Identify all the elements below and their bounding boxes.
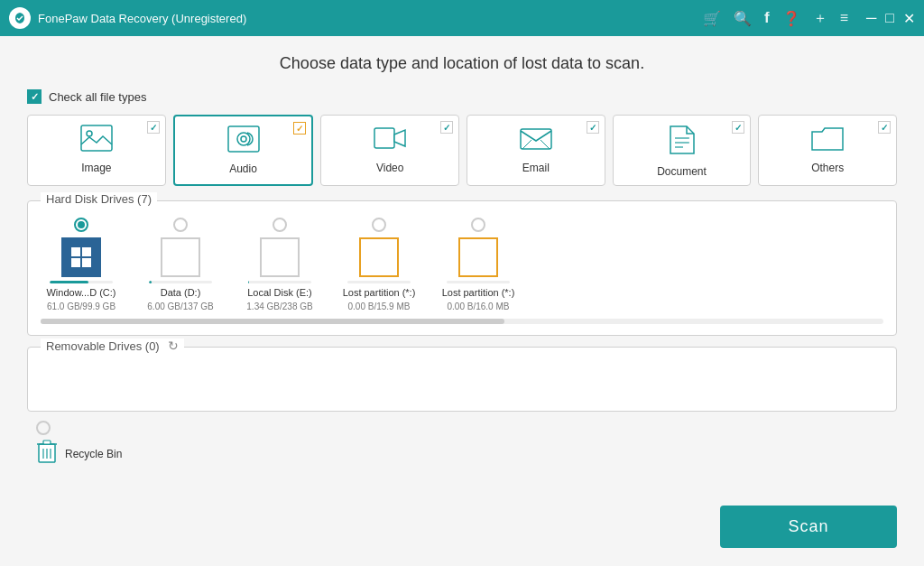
others-checkbox[interactable] xyxy=(878,121,891,134)
file-types-grid: Image Audio xyxy=(27,115,897,186)
svg-rect-11 xyxy=(82,247,91,256)
drive-lp2-name: Lost partition (*:) xyxy=(442,287,515,298)
drive-d-icon xyxy=(161,237,200,277)
drive-d-name: Data (D:) xyxy=(161,287,201,298)
help-icon[interactable]: ❓ xyxy=(782,10,800,27)
video-icon xyxy=(374,125,406,156)
document-icon xyxy=(669,125,696,160)
drive-d-fill xyxy=(149,281,152,283)
file-type-video[interactable]: Video xyxy=(320,115,459,186)
drive-e-fill xyxy=(248,281,249,283)
app-logo xyxy=(9,7,31,29)
recycle-bin-area: Recycle Bin xyxy=(27,421,897,469)
title-bar-icons: 🛒 🔍 f ❓ ＋ ≡ xyxy=(703,9,848,28)
svg-rect-5 xyxy=(374,128,394,148)
search-icon[interactable]: 🔍 xyxy=(734,10,752,27)
drive-d-radio[interactable] xyxy=(173,218,188,232)
plus-icon[interactable]: ＋ xyxy=(813,9,827,28)
cart-icon[interactable]: 🛒 xyxy=(703,10,721,27)
drive-e-bar xyxy=(248,281,311,283)
app-title: FonePaw Data Recovery (Unregistered) xyxy=(38,12,246,25)
drive-c-radio[interactable] xyxy=(74,218,88,232)
drive-lp2-radio[interactable] xyxy=(471,218,485,232)
video-checkbox[interactable] xyxy=(440,121,453,134)
svg-rect-16 xyxy=(43,441,51,444)
drive-lp1-icon xyxy=(359,237,399,277)
close-button[interactable]: ✕ xyxy=(903,10,915,27)
title-bar-left: FonePaw Data Recovery (Unregistered) xyxy=(9,7,246,29)
title-bar-controls: ─ □ ✕ xyxy=(866,10,915,27)
email-icon xyxy=(520,125,552,156)
audio-label: Audio xyxy=(229,162,257,175)
removable-section-label: Removable Drives (0) xyxy=(46,339,160,353)
hdd-section-label: Hard Disk Drives (7) xyxy=(41,192,157,206)
drive-c-bar xyxy=(50,281,113,283)
facebook-icon[interactable]: f xyxy=(764,9,770,27)
image-icon xyxy=(80,125,113,156)
drive-c[interactable]: Window...D (C:) 61.0 GB/99.9 GB xyxy=(41,218,122,311)
scan-btn-area: Scan xyxy=(27,496,897,548)
drive-c-name: Window...D (C:) xyxy=(46,287,116,298)
drive-e-icon xyxy=(260,237,300,277)
image-checkbox[interactable] xyxy=(147,121,160,134)
scan-button[interactable]: Scan xyxy=(720,506,897,548)
removable-section-content xyxy=(28,348,896,411)
drive-lp1[interactable]: Lost partition (*:) 0.00 B/15.9 MB xyxy=(338,218,420,311)
email-label: Email xyxy=(522,162,550,174)
email-checkbox[interactable] xyxy=(587,121,599,134)
svg-rect-13 xyxy=(82,258,91,267)
drive-c-icon xyxy=(61,237,101,277)
others-icon xyxy=(811,125,844,156)
drive-lp2-bar xyxy=(447,281,510,283)
drive-lp1-name: Lost partition (*:) xyxy=(343,287,416,298)
drive-e-radio[interactable] xyxy=(273,218,287,232)
check-all-label: Check all file types xyxy=(49,90,146,104)
file-type-image[interactable]: Image xyxy=(27,115,166,186)
hdd-scrollbar[interactable] xyxy=(41,319,883,324)
maximize-button[interactable]: □ xyxy=(885,10,894,26)
document-checkbox[interactable] xyxy=(732,121,744,134)
hdd-scrollbar-thumb xyxy=(41,319,504,324)
audio-checkbox[interactable] xyxy=(293,122,306,135)
svg-rect-10 xyxy=(71,247,80,256)
file-type-others[interactable]: Others xyxy=(758,115,897,186)
menu-icon[interactable]: ≡ xyxy=(840,10,848,26)
drive-d[interactable]: Data (D:) 6.00 GB/137 GB xyxy=(140,218,221,311)
main-content: Choose data type and location of lost da… xyxy=(0,36,924,566)
recycle-bin-radio[interactable] xyxy=(36,421,51,435)
svg-rect-0 xyxy=(81,125,112,151)
drive-e[interactable]: Local Disk (E:) 1.34 GB/238 GB xyxy=(239,218,320,311)
removable-section: Removable Drives (0) ↻ xyxy=(27,347,897,412)
drive-lp1-radio[interactable] xyxy=(372,218,386,232)
title-bar: FonePaw Data Recovery (Unregistered) 🛒 🔍… xyxy=(0,0,924,36)
drive-d-size: 6.00 GB/137 GB xyxy=(147,302,213,311)
drive-e-size: 1.34 GB/238 GB xyxy=(246,302,312,311)
svg-rect-12 xyxy=(71,258,80,267)
drive-lp1-bar xyxy=(347,281,411,283)
drive-lp2[interactable]: Lost partition (*:) 0.00 B/16.0 MB xyxy=(438,218,519,311)
drive-d-bar xyxy=(149,281,212,283)
drive-lp2-size: 0.00 B/16.0 MB xyxy=(448,302,510,311)
drive-c-size: 61.0 GB/99.9 GB xyxy=(47,302,116,311)
check-all-row: Check all file types xyxy=(27,89,897,104)
drive-c-fill xyxy=(50,281,88,283)
file-type-audio[interactable]: Audio xyxy=(173,115,314,186)
removable-refresh-icon[interactable]: ↻ xyxy=(168,339,179,353)
minimize-button[interactable]: ─ xyxy=(866,10,876,26)
audio-icon xyxy=(227,125,260,157)
file-type-email[interactable]: Email xyxy=(467,115,605,186)
drives-row: Window...D (C:) 61.0 GB/99.9 GB Data (D:… xyxy=(41,218,883,311)
drive-e-name: Local Disk (E:) xyxy=(247,287,312,298)
recycle-bin-icon xyxy=(36,439,58,469)
hdd-section: Hard Disk Drives (7) xyxy=(27,200,897,336)
document-label: Document xyxy=(657,165,707,178)
file-type-document[interactable]: Document xyxy=(613,115,752,186)
recycle-bin-item[interactable]: Recycle Bin xyxy=(36,439,122,469)
drive-lp2-icon xyxy=(458,237,498,277)
check-all-checkbox[interactable] xyxy=(27,89,42,104)
video-label: Video xyxy=(376,162,403,174)
recycle-bin-label: Recycle Bin xyxy=(65,448,122,460)
svg-rect-2 xyxy=(228,126,259,152)
hdd-section-content: Window...D (C:) 61.0 GB/99.9 GB Data (D:… xyxy=(28,201,896,335)
page-title: Choose data type and location of lost da… xyxy=(27,54,897,73)
